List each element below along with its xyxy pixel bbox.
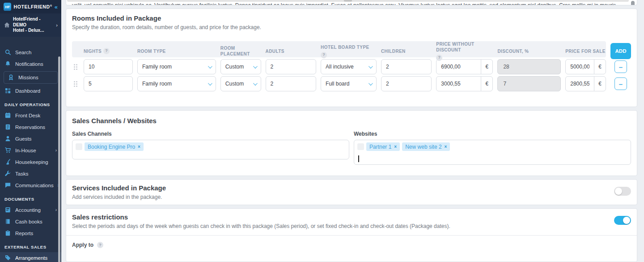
room-placement-select[interactable]: Custom — [220, 59, 261, 74]
sidebar-item-guests[interactable]: Guests — [0, 133, 61, 145]
column-header-hotel-board-type: HOTEL BOARD TYPE? — [321, 44, 377, 58]
children-input[interactable] — [381, 60, 431, 74]
clipboard-icon — [4, 230, 11, 236]
sidebar-item-notifications[interactable]: Notifications — [0, 58, 61, 70]
adults-input[interactable] — [266, 77, 316, 91]
websites-input[interactable]: Partner 1×New web site 2× — [354, 140, 631, 165]
sidebar-item-missions[interactable]: Missions — [4, 71, 58, 84]
price-for-sale-input[interactable]: € — [565, 59, 606, 74]
sidebar-item-arrangements[interactable]: Arrangements — [0, 252, 61, 262]
sidebar-section-documents: DOCUMENTS — [0, 191, 61, 204]
chevron-down-icon — [369, 64, 373, 69]
sidebar-item-label: Reports — [15, 231, 57, 236]
cart-icon — [4, 147, 11, 154]
sales-restrictions-toggle[interactable] — [614, 216, 631, 225]
room-type-select[interactable]: Family room — [137, 59, 216, 74]
children-input[interactable] — [381, 59, 432, 74]
sidebar-item-dashboard[interactable]: Dashboard — [0, 85, 61, 97]
sidebar-item-label: Search — [15, 50, 57, 55]
room-type-select[interactable]: Family room — [137, 76, 216, 91]
sidebar-item-label: Arrangements — [15, 255, 57, 261]
price-without-discount-input[interactable] — [436, 60, 481, 74]
sidebar-item-communications[interactable]: Communications› — [0, 180, 61, 191]
sidebar-item-front-desk[interactable]: Front Desk — [0, 110, 61, 121]
discount-field[interactable]: 7 — [497, 76, 561, 91]
drag-handle-icon[interactable] — [72, 81, 79, 87]
nights-input[interactable] — [84, 60, 132, 74]
room-placement-select[interactable]: Custom — [220, 76, 261, 91]
price-for-sale-input[interactable]: € — [565, 76, 606, 91]
bell-icon — [4, 60, 11, 67]
chevron-right-icon: › — [55, 207, 57, 212]
sidebar-item-reports[interactable]: Reports — [0, 228, 61, 239]
sidebar-scrollbar[interactable] — [58, 56, 60, 262]
help-icon[interactable]: ? — [321, 52, 327, 58]
column-header-label: DISCOUNT, % — [497, 48, 529, 54]
tag-new-web-site-2: New web site 2× — [402, 142, 450, 151]
rooms-section-title: Rooms Included in Package — [72, 14, 631, 22]
services-toggle[interactable] — [614, 187, 631, 196]
chat-icon — [4, 182, 11, 189]
sidebar-item-housekeeping[interactable]: Housekeeping — [0, 156, 61, 168]
price-for-sale-input[interactable] — [566, 77, 594, 91]
adults-input[interactable] — [266, 59, 316, 74]
remove-room-button[interactable]: – — [614, 60, 627, 73]
scrollbar-thumb[interactable] — [631, 1, 635, 5]
sidebar-item-accounting[interactable]: Accounting› — [0, 204, 61, 216]
sidebar-item-label: Cash books — [15, 219, 57, 224]
children-input[interactable] — [381, 77, 431, 91]
remove-tag-icon[interactable]: × — [138, 144, 140, 149]
horizontal-scrollbar[interactable] — [67, 0, 629, 2]
sales-channels-input[interactable]: Booking Engine Pro× — [72, 140, 349, 159]
sidebar-item-in-house[interactable]: In-House› — [0, 145, 61, 156]
column-header-discount: DISCOUNT, % — [497, 48, 561, 54]
hotel-board-type-select[interactable]: All inclusive — [321, 59, 377, 74]
add-room-button[interactable]: ADD — [610, 43, 631, 59]
hotel-selector[interactable]: HotelFriend - DEMOHotel - Delux... › — [0, 13, 61, 37]
sidebar-item-search[interactable]: Search — [0, 47, 61, 58]
drag-handle-icon[interactable] — [72, 64, 79, 70]
tag-input-icon — [76, 143, 82, 150]
rooms-table-header: NIGHTS?ROOM TYPEROOM PLACEMENTADULTSHOTE… — [72, 41, 631, 57]
room-row-2: Family roomCustomFull board€7€– — [72, 76, 631, 91]
resize-grip[interactable] — [344, 0, 352, 1]
sidebar-item-cash-books[interactable]: Cash books — [0, 216, 61, 228]
remove-tag-icon[interactable]: × — [394, 144, 397, 149]
adults-input[interactable] — [266, 76, 316, 91]
nights-input[interactable] — [84, 59, 133, 74]
hotel-board-type-select[interactable]: Full board — [321, 76, 377, 91]
sidebar-item-tasks[interactable]: Tasks — [0, 168, 61, 180]
price-without-discount-input[interactable]: € — [436, 76, 493, 91]
currency-label: € — [594, 60, 606, 74]
collapse-sidebar-icon[interactable]: « — [55, 4, 58, 10]
sidebar-item-reservations[interactable]: Reservations — [0, 121, 61, 133]
tag-booking-engine-pro: Booking Engine Pro× — [85, 142, 144, 151]
selected-value: Custom — [225, 81, 244, 87]
tag-label: Booking Engine Pro — [88, 144, 135, 150]
adults-input[interactable] — [266, 60, 316, 74]
children-input[interactable] — [381, 76, 432, 91]
nights-input[interactable] — [84, 77, 132, 91]
currency-label: € — [594, 77, 606, 91]
price-without-discount-input[interactable] — [436, 77, 481, 91]
package-description-panel[interactable]: velit, vel convallis nisi vehicula ac. V… — [66, 0, 637, 5]
help-icon[interactable]: ? — [103, 48, 110, 54]
price-without-discount-input[interactable]: € — [436, 59, 493, 74]
remove-tag-icon[interactable]: × — [445, 144, 447, 149]
remove-room-button[interactable]: – — [614, 77, 627, 90]
sales-channels-column: Sales Channels Booking Engine Pro× — [72, 131, 349, 165]
help-icon[interactable]: ? — [436, 55, 442, 61]
rooms-section-subtitle: Specify the duration, room details, numb… — [72, 24, 631, 30]
help-icon[interactable]: ? — [97, 242, 103, 248]
discount-field[interactable]: 28 — [497, 59, 561, 74]
vertical-scrollbar[interactable]: ▼ — [630, 1, 636, 5]
home-icon — [4, 21, 10, 28]
services-section-title: Services Included in Package — [72, 184, 166, 192]
nights-input[interactable] — [84, 76, 133, 91]
toggle-knob — [615, 188, 622, 195]
column-header-label: ADULTS — [266, 48, 284, 54]
column-header-room-type: ROOM TYPE — [137, 48, 216, 54]
sidebar-section-external-sales: EXTERNAL SALES — [0, 239, 61, 252]
price-for-sale-input[interactable] — [566, 60, 594, 74]
wrench-icon — [4, 170, 11, 177]
